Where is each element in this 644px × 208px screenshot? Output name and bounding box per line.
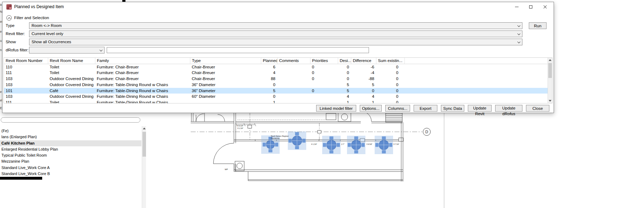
cell: 1 [351,100,376,103]
type-select[interactable]: Room <-> Room [29,22,522,29]
show-select[interactable]: Show all Occurrences [29,39,522,45]
cell: 0 [338,76,351,82]
browser-item-cafe-kitchen-plan[interactable]: Café Kitchen Plan [0,140,141,146]
cell: 0 [376,82,404,88]
close-button[interactable] [538,2,552,11]
scroll-up-icon[interactable] [143,128,146,129]
scroll-down-icon[interactable] [549,100,551,102]
table-row[interactable]: 110 Toilet Furniture: Chair-Breuer Chair… [4,64,548,70]
table-row[interactable]: 103 Outdoor Covered Dining Furniture: Ch… [4,76,548,82]
browser-scrollbar[interactable] [142,126,146,208]
cell: Chair-Breuer [190,76,261,82]
browser-search-input[interactable] [1,117,140,123]
cell [404,76,548,82]
cell: -6 [351,64,376,70]
cell: 111 [4,70,48,76]
browser-view-list: (Fe) lans (Enlarged Plan) Café Kitchen P… [0,128,141,177]
browser-item[interactable]: Mezzanine Plan [0,158,141,164]
show-label: Show [6,39,29,45]
scroll-up-icon[interactable] [549,59,551,61]
cell: 0 [376,64,404,70]
browser-item[interactable]: Typical Public Toilet Room [0,152,141,158]
dim-label: 3'-7 3/4" [393,144,399,145]
revit-filter-value: Current level only [32,32,63,36]
cell: Chair-Breuer [190,64,261,70]
cell: Outdoor Covered Dining [48,94,95,100]
type-label: Type [6,22,29,29]
table-scrollbar[interactable] [548,58,552,103]
table-row[interactable]: 103 Outdoor Covered Dining Furniture: Ta… [4,94,548,100]
cell [404,100,548,103]
drofus-filter-label: dRofus filter: [6,47,29,54]
linked-model-filter-button[interactable]: Linked model filter [316,105,356,112]
collapse-section-icon[interactable] [6,15,12,21]
browser-item[interactable]: Standard Live_Work Core A [0,165,141,171]
wp-label: WP [225,168,228,170]
update-drofus-button[interactable]: Update dRofus [495,105,522,112]
cell: 103 [4,82,48,88]
update-revit-button[interactable]: Update Revit [468,105,492,112]
col-header[interactable]: Planned [261,58,277,64]
table-row[interactable]: 103 Outdoor Covered Dining Furniture: Ta… [4,82,548,88]
drawing-area[interactable]: D [149,112,448,208]
scrollbar-thumb[interactable] [548,63,552,78]
sync-data-button[interactable]: Sync Data [441,105,464,112]
col-header[interactable]: Priorities [310,58,338,64]
col-header[interactable]: Desi... [338,58,351,64]
table-row[interactable]: 111 Toilet Furniture: Chair-Breuer Chair… [4,70,548,76]
col-header[interactable]: Revit Room Name [48,58,95,64]
cell: 5 [338,88,351,94]
maximize-button[interactable] [524,2,538,11]
scrollbar-thumb[interactable] [142,132,146,157]
section-title: Filter and Selection [14,16,49,20]
options-button[interactable]: Options... [360,105,382,112]
dialog-titlebar[interactable]: Planned vs Designed Item [2,2,554,11]
round-table-4[interactable] [347,136,365,154]
export-button[interactable]: Export [414,105,437,112]
cell: 4 [338,94,351,100]
drofus-filter-text-input[interactable] [107,47,369,53]
col-header[interactable]: Difference [351,58,376,64]
round-table-2[interactable] [288,131,306,150]
table-header-row: Revit Room Number Revit Room Name Family… [4,58,548,64]
cell: 1 [338,100,351,103]
chevron-down-icon [100,49,102,51]
col-header[interactable]: Type [190,58,261,64]
col-header[interactable]: Family [95,58,190,64]
round-table-3[interactable] [322,136,341,154]
close-dialog-button[interactable]: Close [526,105,549,112]
cell: Furniture: Table-Dining Round w Chairs [95,94,190,100]
cell: 0 [338,64,351,70]
round-table-5[interactable] [375,136,393,154]
col-header[interactable]: Comments [277,58,310,64]
table-row-selected[interactable]: 101 Café Furniture: Table-Dining Round w… [4,88,548,94]
columns-button[interactable]: Columns... [385,105,410,112]
browser-item[interactable]: Enlarged Residential Lobby Plan [0,146,141,152]
col-header[interactable]: Revit Room Number [4,58,48,64]
cell: 103 [4,76,48,82]
cell: 0 [310,70,338,76]
col-header[interactable]: Sum existin... [376,58,404,64]
minimize-button[interactable] [510,2,524,11]
dim-label: 6'-1 3/4" [237,128,243,129]
cell: 101 [4,88,48,94]
browser-item[interactable]: lans (Enlarged Plan) [0,134,141,140]
cell [310,82,338,88]
cell [310,94,338,100]
run-button[interactable]: Run [529,22,547,29]
cell: 4 [261,70,277,76]
chevron-down-icon [517,32,520,35]
cell: 5 [351,82,376,88]
revit-filter-select[interactable]: Current level only [29,30,522,37]
cell: 0 [376,94,404,100]
annotation-text: Countertop [271,137,280,139]
table-row-clipped[interactable]: 111 Toilet Furniture: Table-Dining Round… [4,100,548,103]
minimize-icon [515,7,519,7]
grid-bubble-label: D [425,130,428,134]
cell: 36" Diameter [190,88,261,94]
browser-item[interactable]: (Fe) [0,128,141,134]
cell: Toilet [48,100,95,103]
cell: Outdoor Covered Dining [48,76,95,82]
drofus-filter-select[interactable] [29,47,105,54]
browser-item[interactable]: Standard Live_Work Core B [0,171,141,177]
